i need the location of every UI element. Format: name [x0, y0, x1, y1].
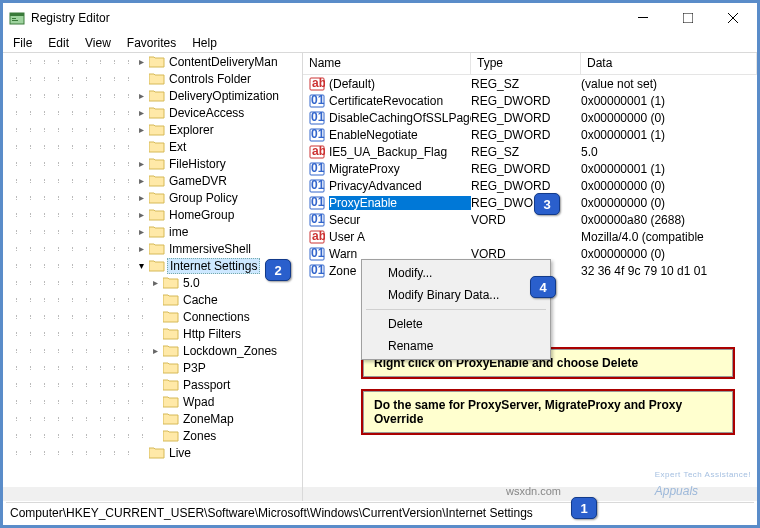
chevron-right-icon[interactable]: ▸ [135, 158, 147, 169]
tree-label[interactable]: Live [167, 446, 193, 460]
tree-item[interactable]: Wpad [3, 393, 302, 410]
tree-item[interactable]: Cache [3, 291, 302, 308]
list-row[interactable]: 011ProxyEnableREG_DWORD0x00000000 (0) [303, 194, 757, 211]
tree-label[interactable]: Http Filters [181, 327, 243, 341]
tree-label[interactable]: DeviceAccess [167, 106, 246, 120]
tree-item[interactable]: ▸Explorer [3, 121, 302, 138]
tree-label[interactable]: Internet Settings [167, 258, 260, 274]
value-name[interactable]: ProxyEnable [329, 196, 471, 210]
tree-item[interactable]: Controls Folder [3, 70, 302, 87]
chevron-right-icon[interactable]: ▸ [135, 209, 147, 220]
menu-file[interactable]: File [5, 34, 40, 52]
tree-item[interactable]: ZoneMap [3, 410, 302, 427]
chevron-down-icon[interactable]: ▾ [135, 260, 147, 271]
list-row[interactable]: abIE5_UA_Backup_FlagREG_SZ5.0 [303, 143, 757, 160]
list-row[interactable]: 011DisableCachingOfSSLPagesREG_DWORD0x00… [303, 109, 757, 126]
tree-label[interactable]: Group Policy [167, 191, 240, 205]
value-name[interactable]: PrivacyAdvanced [329, 179, 471, 193]
tree-item[interactable]: ▸GameDVR [3, 172, 302, 189]
tree-item[interactable]: P3P [3, 359, 302, 376]
ctx-modify-binary[interactable]: Modify Binary Data... [364, 284, 548, 306]
maximize-button[interactable] [665, 4, 710, 33]
chevron-right-icon[interactable]: ▸ [149, 345, 161, 356]
tree-item[interactable]: ▸5.0 [3, 274, 302, 291]
value-name[interactable]: EnableNegotiate [329, 128, 471, 142]
menu-edit[interactable]: Edit [40, 34, 77, 52]
value-name[interactable]: MigrateProxy [329, 162, 471, 176]
tree-label[interactable]: HomeGroup [167, 208, 236, 222]
tree-label[interactable]: Connections [181, 310, 252, 324]
tree-label[interactable]: Lockdown_Zones [181, 344, 279, 358]
chevron-right-icon[interactable]: ▸ [135, 124, 147, 135]
tree-item[interactable]: Live [3, 444, 302, 461]
tree-item[interactable]: Connections [3, 308, 302, 325]
chevron-right-icon[interactable]: ▸ [135, 192, 147, 203]
col-data[interactable]: Data [581, 53, 757, 74]
ctx-rename[interactable]: Rename [364, 335, 548, 357]
menu-help[interactable]: Help [184, 34, 225, 52]
tree-item[interactable]: ▸ImmersiveShell [3, 240, 302, 257]
tree-label[interactable]: Cache [181, 293, 220, 307]
chevron-right-icon[interactable]: ▸ [135, 243, 147, 254]
tree-label[interactable]: P3P [181, 361, 208, 375]
tree-item[interactable]: ▸ime [3, 223, 302, 240]
list-row[interactable]: ab(Default)REG_SZ(value not set) [303, 75, 757, 92]
value-name[interactable]: IE5_UA_Backup_Flag [329, 145, 471, 159]
list-row[interactable]: 011SecurVORD0x00000a80 (2688) [303, 211, 757, 228]
value-name[interactable]: CertificateRevocation [329, 94, 471, 108]
tree-label[interactable]: ZoneMap [181, 412, 236, 426]
tree-label[interactable]: Ext [167, 140, 188, 154]
tree-item[interactable]: ▸ContentDeliveryMan [3, 53, 302, 70]
tree-item[interactable]: ▸FileHistory [3, 155, 302, 172]
col-name[interactable]: Name [303, 53, 471, 74]
chevron-right-icon[interactable]: ▸ [135, 90, 147, 101]
list-row[interactable]: 011CertificateRevocationREG_DWORD0x00000… [303, 92, 757, 109]
tree-item[interactable]: ▾Internet Settings [3, 257, 302, 274]
folder-icon [149, 191, 165, 205]
tree-label[interactable]: 5.0 [181, 276, 202, 290]
tree-hscroll[interactable] [3, 487, 302, 501]
tree-item[interactable]: ▸HomeGroup [3, 206, 302, 223]
tree-label[interactable]: Passport [181, 378, 232, 392]
tree-item[interactable]: ▸DeviceAccess [3, 104, 302, 121]
tree-item[interactable]: Ext [3, 138, 302, 155]
col-type[interactable]: Type [471, 53, 581, 74]
chevron-right-icon[interactable]: ▸ [135, 175, 147, 186]
value-name[interactable]: DisableCachingOfSSLPages [329, 111, 471, 125]
tree-pane[interactable]: ▸ContentDeliveryManControls Folder▸Deliv… [3, 53, 303, 501]
ctx-modify[interactable]: Modify... [364, 262, 548, 284]
tree-item[interactable]: Passport [3, 376, 302, 393]
tree-label[interactable]: ImmersiveShell [167, 242, 253, 256]
tree-label[interactable]: ContentDeliveryMan [167, 55, 280, 69]
ctx-delete[interactable]: Delete [364, 313, 548, 335]
tree-label[interactable]: Controls Folder [167, 72, 253, 86]
list-row[interactable]: abUser AMozilla/4.0 (compatible [303, 228, 757, 245]
list-row[interactable]: 011MigrateProxyREG_DWORD0x00000001 (1) [303, 160, 757, 177]
close-button[interactable] [710, 4, 755, 33]
value-name[interactable]: User A [329, 230, 471, 244]
tree-item[interactable]: Zones [3, 427, 302, 444]
tree-label[interactable]: ime [167, 225, 190, 239]
chevron-right-icon[interactable]: ▸ [135, 107, 147, 118]
menu-view[interactable]: View [77, 34, 119, 52]
list-row[interactable]: 011PrivacyAdvancedREG_DWORD0x00000000 (0… [303, 177, 757, 194]
tree-item[interactable]: ▸DeliveryOptimization [3, 87, 302, 104]
tree-item[interactable]: ▸Group Policy [3, 189, 302, 206]
tree-label[interactable]: FileHistory [167, 157, 228, 171]
tree-label[interactable]: DeliveryOptimization [167, 89, 281, 103]
menu-favorites[interactable]: Favorites [119, 34, 184, 52]
list-row[interactable]: 011EnableNegotiateREG_DWORD0x00000001 (1… [303, 126, 757, 143]
chevron-right-icon[interactable]: ▸ [135, 56, 147, 67]
minimize-button[interactable] [620, 4, 665, 33]
value-name[interactable]: (Default) [329, 77, 471, 91]
tree-item[interactable]: ▸Lockdown_Zones [3, 342, 302, 359]
list-header[interactable]: Name Type Data [303, 53, 757, 75]
tree-label[interactable]: Wpad [181, 395, 216, 409]
value-name[interactable]: Secur [329, 213, 471, 227]
chevron-right-icon[interactable]: ▸ [149, 277, 161, 288]
tree-label[interactable]: Zones [181, 429, 218, 443]
tree-label[interactable]: Explorer [167, 123, 216, 137]
tree-item[interactable]: Http Filters [3, 325, 302, 342]
tree-label[interactable]: GameDVR [167, 174, 229, 188]
chevron-right-icon[interactable]: ▸ [135, 226, 147, 237]
